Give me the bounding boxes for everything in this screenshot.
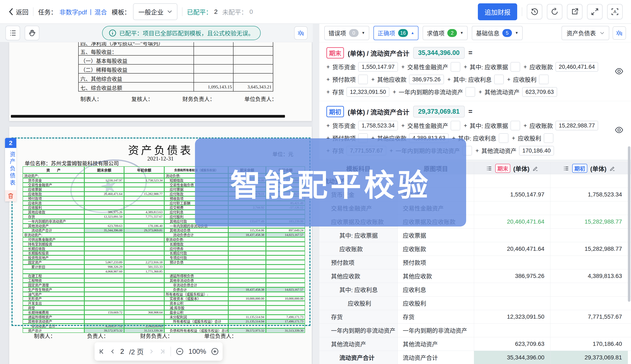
period-begin-value-cell[interactable]: 15,282,988.77 <box>550 242 628 256</box>
term-value-box[interactable] <box>511 121 520 130</box>
refresh-button[interactable] <box>547 4 562 20</box>
term-value-box[interactable]: 623,709.63 <box>522 87 557 97</box>
formula-subject-row: 期末(单体) / 流动资产合计35,344,396.00= <box>326 47 600 59</box>
edit-icon[interactable] <box>609 166 615 171</box>
table-row[interactable]: 其中: 应收利息应收利息 <box>319 283 631 296</box>
period-end-value-cell[interactable] <box>474 202 550 215</box>
table-row[interactable]: 流动资产合计流动资产合计35,344,396.0029,373,069.81 <box>319 351 631 364</box>
back-button[interactable]: 返回 <box>8 7 29 16</box>
doc-end-value <box>228 260 266 264</box>
period-begin-value-cell[interactable] <box>550 202 628 215</box>
filter-button-错误项[interactable]: 错误项0▼ <box>324 26 369 40</box>
term-value-box[interactable]: 386,975.26 <box>409 74 444 84</box>
toggle-formula-visibility-button[interactable] <box>615 67 623 76</box>
term-value-box[interactable] <box>499 133 508 143</box>
toggle-formula-visibility-button[interactable] <box>615 126 623 135</box>
formula-total-value[interactable]: 29,373,069.81 <box>413 106 465 118</box>
task-mode-link[interactable]: 混合 <box>95 7 107 16</box>
first-page-icon[interactable] <box>99 348 105 354</box>
doc-begin-value <box>124 315 164 319</box>
period-begin-value-cell[interactable]: 29,373,069.81 <box>550 351 628 364</box>
period-end-value-cell[interactable] <box>474 296 550 310</box>
filter-button-正确项[interactable]: 正确项16▲ <box>373 26 419 40</box>
add-report-button[interactable]: 追加财报 <box>478 3 517 20</box>
doc-settings-button[interactable] <box>294 26 308 40</box>
period-begin-value-cell[interactable] <box>550 174 628 188</box>
term-value-box[interactable] <box>358 74 368 84</box>
zoom-in-icon[interactable] <box>211 348 219 355</box>
period-end-value-cell[interactable]: 35,344,396.00 <box>474 351 550 364</box>
next-page-icon[interactable] <box>149 348 154 354</box>
term-value-box[interactable]: 1,550,147.97 <box>358 62 398 72</box>
zoom-out-icon[interactable] <box>176 348 183 355</box>
table-row[interactable]: 其他应收款其他应收款386,975.264,389,813.63 <box>319 269 631 283</box>
table-row[interactable]: 应收股利应收股利 <box>319 296 631 310</box>
period-begin-value-cell[interactable] <box>550 296 628 310</box>
template-select[interactable]: 一般企业 <box>133 3 177 20</box>
period-begin-value-cell[interactable]: 170,186.40 <box>550 337 628 351</box>
period-end-value-cell[interactable]: 623,709.63 <box>474 337 550 351</box>
term-value-box[interactable] <box>451 121 460 130</box>
last-page-icon[interactable] <box>159 348 165 354</box>
outline-button[interactable] <box>6 26 20 40</box>
period-end-value-cell[interactable]: 20,460,471.64 <box>474 242 550 256</box>
task-name-link[interactable]: 非数字pdf <box>59 7 87 16</box>
hand-tool-button[interactable] <box>25 26 39 40</box>
table-row[interactable]: 一年内到期的非流动资产一年内到期的非流动资产 <box>319 324 631 337</box>
period-begin-value-cell[interactable]: 4,389,813.63 <box>550 269 628 283</box>
formula-term: +货币资金1,758,523.34 <box>326 121 398 130</box>
filter-button-基础信息[interactable]: 基础信息5▼ <box>472 26 523 40</box>
period-begin-value-cell[interactable] <box>550 256 628 269</box>
history-button[interactable] <box>527 4 542 20</box>
term-value-box[interactable] <box>466 87 475 97</box>
term-value-box[interactable] <box>544 133 553 143</box>
period-end-value-cell[interactable]: 386,975.26 <box>474 269 550 283</box>
scrollbar[interactable] <box>628 146 630 302</box>
edit-icon[interactable] <box>532 166 538 171</box>
prev-page-icon[interactable] <box>110 348 115 354</box>
period-begin-value-cell[interactable] <box>550 283 628 296</box>
table-row[interactable]: 应收账款应收账款20,460,471.6415,282,988.77 <box>319 242 631 256</box>
doc-row-begin-value <box>233 46 273 55</box>
period-end-value-cell[interactable]: 12,323,091.50 <box>474 310 550 324</box>
period-begin-value-cell[interactable] <box>550 228 628 242</box>
table-row[interactable]: 预付款项预付款项 <box>319 256 631 269</box>
period-end-value-cell[interactable]: 1,550,147.97 <box>474 188 550 201</box>
current-page[interactable]: 2 <box>120 348 124 356</box>
period-end-value-cell[interactable] <box>474 174 550 188</box>
plus-sign: + <box>326 64 330 70</box>
term-value-box[interactable] <box>539 74 549 84</box>
period-end-value-cell[interactable] <box>474 283 550 296</box>
term-value-box[interactable] <box>451 62 460 72</box>
period-end-value-cell[interactable] <box>474 324 550 337</box>
sheet-select[interactable]: 资产负债表 <box>561 26 609 40</box>
period-begin-value-cell[interactable]: 7,771,557.67 <box>550 310 628 324</box>
term-value-box[interactable] <box>494 74 504 84</box>
table-row[interactable]: 其中: 应收票据应收票据 <box>319 228 631 242</box>
period-end-value-cell[interactable] <box>474 228 550 242</box>
delete-sheet-button[interactable] <box>5 190 16 202</box>
plus-sign: + <box>512 135 515 142</box>
term-value-box[interactable]: 170,186.40 <box>519 146 554 156</box>
sheet-side-tab[interactable]: 2 资产负债表 <box>5 138 16 202</box>
term-value-box[interactable]: 15,282,988.77 <box>555 121 598 130</box>
panel-settings-button[interactable] <box>612 26 626 40</box>
period-begin-value-cell[interactable]: 15,282,988.77 <box>550 215 628 228</box>
column-list-icon[interactable] <box>486 165 492 172</box>
period-end-value-cell[interactable] <box>474 256 550 269</box>
filter-button-求值项[interactable]: 求值项2▼ <box>423 26 468 40</box>
term-value-box[interactable] <box>511 62 520 72</box>
fullscreen-button[interactable] <box>587 4 602 20</box>
period-end-value-cell[interactable]: 20,460,471.64 <box>474 215 550 228</box>
text-recognition-button[interactable]: A <box>607 4 623 20</box>
table-row[interactable]: 存货存货12,323,091.507,771,557.67 <box>319 310 631 324</box>
term-value-box[interactable]: 20,460,471.64 <box>555 62 598 72</box>
period-begin-value-cell[interactable]: 1,758,523.34 <box>550 188 628 201</box>
term-value-box[interactable]: 12,323,091.50 <box>346 87 389 97</box>
period-begin-value-cell[interactable] <box>550 324 628 337</box>
formula-total-value[interactable]: 35,344,396.00 <box>413 47 465 59</box>
table-row[interactable]: 其他流动资产其他流动资产623,709.63170,186.40 <box>319 337 631 351</box>
column-list-icon[interactable] <box>563 165 569 172</box>
export-button[interactable] <box>567 4 582 20</box>
term-value-box[interactable]: 1,758,523.34 <box>358 121 398 130</box>
